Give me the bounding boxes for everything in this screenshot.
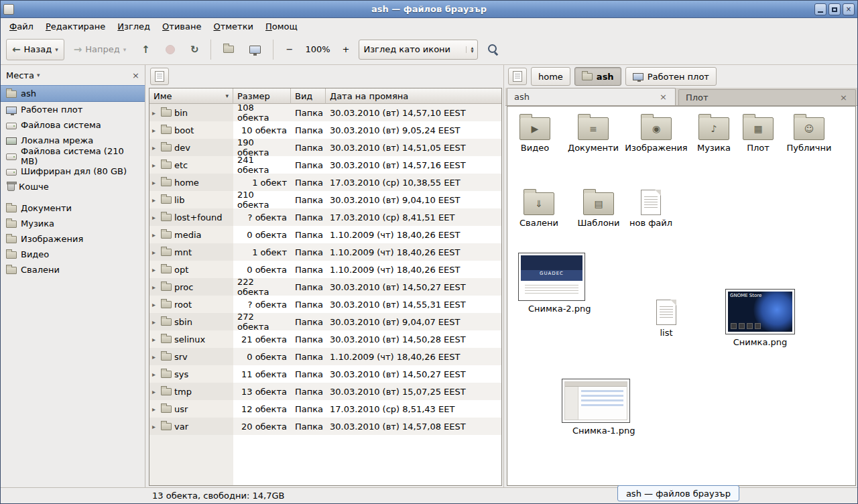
menu-file[interactable]: Файл [3, 20, 40, 33]
icon-view[interactable]: ▶ Видео ≡ Документи ◉ Изображения ♪ Музи… [507, 106, 856, 486]
tab-close-icon[interactable]: × [839, 92, 849, 103]
minimize-button[interactable] [814, 3, 826, 15]
table-row[interactable]: ▸proc222 обектаПапка30.03.2010 (вт) 14,5… [149, 278, 501, 296]
breadcrumb-current[interactable]: ash [574, 67, 621, 86]
table-row[interactable]: ▸lost+found? обектаПапка17.03.2010 (ср) … [149, 208, 501, 226]
titlebar[interactable]: ash — файлов браузър × [1, 1, 857, 18]
expander-icon[interactable]: ▸ [152, 423, 158, 430]
folder-item[interactable]: ☺ Публични [782, 113, 836, 153]
table-row[interactable]: ▸srv0 обектаПапка1.10.2009 (чт) 18,40,26… [149, 348, 501, 365]
table-row[interactable]: ▸dev190 обектаПапка30.03.2010 (вт) 14,51… [149, 139, 501, 156]
sidebar-item[interactable]: Файлова система [1, 117, 145, 133]
folder-item[interactable]: ◉ Изображения [628, 113, 684, 153]
notes-pane-button[interactable] [150, 68, 169, 85]
location-toggle-button[interactable] [508, 68, 527, 85]
expander-icon[interactable]: ▸ [152, 266, 158, 273]
expander-icon[interactable]: ▸ [152, 127, 158, 134]
table-row[interactable]: ▸selinux21 обектаПапка30.03.2010 (вт) 14… [149, 330, 501, 348]
zoom-in-button[interactable]: + [336, 39, 356, 60]
table-row[interactable]: ▸var20 обектаПапка30.03.2010 (вт) 14,57,… [149, 418, 501, 435]
expander-icon[interactable]: ▸ [152, 196, 158, 204]
table-row[interactable]: ▸sys11 обектаПапка30.03.2010 (вт) 14,50,… [149, 365, 501, 383]
search-button[interactable] [481, 39, 505, 60]
image-file-item[interactable]: GUADEC Снимка-2.png [517, 253, 587, 314]
table-row[interactable]: ▸sbin272 обектаПапка30.03.2010 (вт) 9,04… [149, 313, 501, 330]
sidebar-item[interactable]: Документи [1, 200, 145, 216]
home-button[interactable] [217, 39, 240, 60]
table-row[interactable]: ▸home1 обектПапка17.03.2010 (ср) 10,38,5… [149, 174, 501, 191]
chevron-down-icon[interactable]: ▾ [37, 72, 40, 78]
computer-button[interactable] [243, 39, 267, 60]
table-row[interactable]: ▸etc241 обектаПапка30.03.2010 (вт) 14,57… [149, 156, 501, 174]
sidebar-item[interactable]: Кошче [1, 179, 145, 194]
sidebar-item[interactable]: Музика [1, 216, 145, 231]
sidebar-item[interactable]: Файлова система (210 MB) [1, 148, 145, 164]
expander-icon[interactable]: ▸ [152, 336, 158, 343]
sidebar-title[interactable]: Места [6, 70, 34, 80]
expander-icon[interactable]: ▸ [152, 388, 158, 395]
column-header-date[interactable]: Дата на промяна [326, 88, 501, 104]
expander-icon[interactable]: ▸ [152, 109, 158, 117]
image-file-item[interactable]: GNOME Store Снимка.png [723, 289, 797, 347]
expander-icon[interactable]: ▸ [152, 353, 158, 361]
tab-ash[interactable]: ash × [507, 88, 676, 105]
tab-close-icon[interactable]: × [658, 92, 668, 102]
folder-item[interactable]: ▤ Шаблони [573, 188, 624, 228]
close-button[interactable]: × [843, 3, 855, 15]
back-button[interactable]: ← Назад ▾ [6, 39, 64, 60]
expander-icon[interactable]: ▸ [152, 162, 158, 169]
table-row[interactable]: ▸bin108 обектаПапка30.03.2010 (вт) 14,57… [149, 104, 501, 121]
file-item[interactable]: нов файл [625, 187, 676, 228]
folder-item[interactable]: ▦ Плот [737, 113, 780, 153]
taskbar-window-button[interactable]: ash — файлов браузър [617, 485, 739, 501]
menu-go[interactable]: Отиване [156, 20, 207, 33]
sidebar-item[interactable]: Свалени [1, 262, 145, 277]
expander-icon[interactable]: ▸ [152, 214, 158, 221]
sidebar-item[interactable]: Шифриран дял (80 GB) [1, 164, 145, 179]
view-mode-select[interactable]: Изглед като икони ▴▾ [359, 40, 478, 60]
table-row[interactable]: ▸root? обектаПапка30.03.2010 (вт) 14,55,… [149, 296, 501, 313]
spinner-icons[interactable]: ▴▾ [466, 46, 473, 53]
menu-view[interactable]: Изглед [111, 20, 156, 33]
folder-item[interactable]: ♪ Музика [690, 113, 738, 153]
breadcrumb-home[interactable]: home [531, 67, 570, 86]
expander-icon[interactable]: ▸ [152, 284, 158, 291]
table-row[interactable]: ▸lib210 обектаПапка30.03.2010 (вт) 9,04,… [149, 191, 501, 208]
table-row[interactable]: ▸boot10 обектаПапка30.03.2010 (вт) 9,05,… [149, 121, 501, 139]
table-row[interactable]: ▸opt0 обектаПапка1.10.2009 (чт) 18,40,26… [149, 261, 501, 278]
column-header-name[interactable]: Име ▾ [149, 88, 233, 104]
expander-icon[interactable]: ▸ [152, 301, 158, 308]
back-dropdown-icon[interactable]: ▾ [55, 46, 58, 53]
image-file-item[interactable]: Снимка-1.png [561, 379, 631, 436]
table-row[interactable]: ▸tmp13 обектаПапка30.03.2010 (вт) 15,07,… [149, 383, 501, 400]
sidebar-item[interactable]: Изображения [1, 231, 145, 247]
menu-help[interactable]: Помощ [259, 20, 304, 33]
sidebar-close-icon[interactable]: × [132, 70, 139, 80]
maximize-button[interactable] [829, 3, 841, 15]
sidebar-item[interactable]: Видео [1, 247, 145, 262]
column-header-type[interactable]: Вид [291, 88, 326, 104]
menu-edit[interactable]: Редактиране [40, 20, 111, 33]
tab-plot[interactable]: Плот × [678, 89, 856, 105]
expander-icon[interactable]: ▸ [152, 405, 158, 413]
expander-icon[interactable]: ▸ [152, 371, 158, 378]
stop-button[interactable] [160, 39, 181, 60]
forward-button[interactable]: → Напред ▾ [68, 39, 133, 60]
expander-icon[interactable]: ▸ [152, 318, 158, 326]
table-row[interactable]: ▸mnt1 обектПапка1.10.2009 (чт) 18,40,26 … [149, 243, 501, 261]
sidebar-item[interactable]: Работен плот [1, 102, 145, 117]
folder-item[interactable]: ⇓ Свалени [513, 188, 564, 228]
menu-bookmarks[interactable]: Отметки [208, 20, 260, 33]
table-row[interactable]: ▸usr12 обектаПапка17.03.2010 (ср) 8,51,4… [149, 400, 501, 418]
folder-item[interactable]: ≡ Документи [565, 113, 621, 153]
folder-item[interactable]: ▶ Видео [509, 113, 560, 153]
file-item[interactable]: list [644, 297, 688, 338]
zoom-out-button[interactable]: − [280, 39, 299, 60]
up-button[interactable]: ↑ [135, 39, 156, 60]
table-row[interactable]: ▸media0 обектаПапка1.10.2009 (чт) 18,40,… [149, 226, 501, 243]
expander-icon[interactable]: ▸ [152, 144, 158, 151]
zoom-level[interactable]: 100% [302, 44, 332, 54]
breadcrumb-desktop[interactable]: Работен плот [625, 67, 717, 86]
column-header-size[interactable]: Размер [233, 88, 291, 104]
expander-icon[interactable]: ▸ [152, 249, 158, 256]
